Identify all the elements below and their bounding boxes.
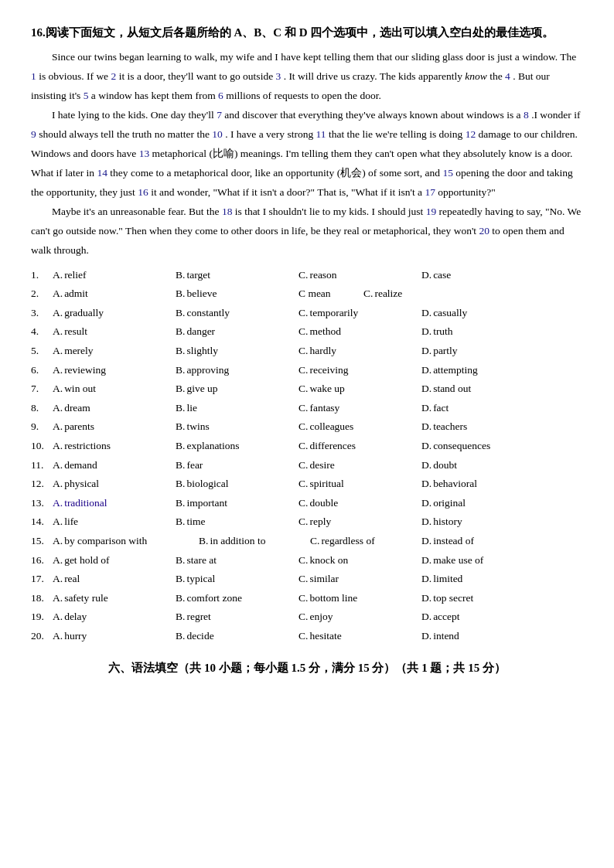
blank-18: 18 <box>222 206 233 217</box>
blank-6: 6 <box>218 90 223 101</box>
blank-9: 9 <box>31 128 36 140</box>
option-row-10: 10. A.restrictions B.explanations C.diff… <box>31 437 583 454</box>
blank-4: 4 <box>505 70 510 82</box>
passage-p3: Maybe it's an unreasonable fear. But the… <box>31 203 583 260</box>
blank-2: 2 <box>111 70 117 82</box>
blank-14: 14 <box>97 167 107 179</box>
blank-10: 10 <box>212 128 223 140</box>
option-row-6: 6. A.reviewing B.approving C.receiving D… <box>31 362 583 379</box>
question-title: 16.阅读下面短文，从短文后各题所给的 A、B、C 和 D 四个选项中，选出可以… <box>31 23 583 42</box>
option-row-4: 4. A.result B.danger C.method D.truth <box>31 323 583 340</box>
option-row-5: 5. A.merely B.slightly C.hardly D.partly <box>31 342 583 359</box>
option-row-17: 17. A.real B.typical C.similar D.limited <box>31 570 583 587</box>
option-row-8: 8. A.dream B.lie C.fantasy D.fact <box>31 400 583 417</box>
option-row-1: 1. A.relief B.target C.reason D.case <box>31 267 583 284</box>
option-row-9: 9. A.parents B.twins C.colleagues D.teac… <box>31 418 583 435</box>
option-row-11: 11. A.demand B.fear C.desire D.doubt <box>31 457 583 474</box>
blank-12: 12 <box>466 128 476 140</box>
passage-p1: Since our twins began learning to walk, … <box>31 48 583 106</box>
option-row-13: 13. A.traditional B.important C.double D… <box>31 495 583 512</box>
section-footer: 六、语法填空（共 10 小题；每小题 1.5 分，满分 15 分）（共 1 题；… <box>31 659 583 677</box>
option-row-20: 20. A.hurry B.decide C.hesitate D.intend <box>31 628 583 645</box>
option-row-19: 19. A.delay B.regret C.enjoy D.accept <box>31 608 583 625</box>
blank-11: 11 <box>316 128 326 140</box>
blank-19: 19 <box>426 206 437 217</box>
blank-8: 8 <box>524 109 529 121</box>
blank-1: 1 <box>31 70 36 82</box>
blank-5: 5 <box>84 90 89 101</box>
option-row-16: 16. A.get hold of B.stare at C.knock on … <box>31 552 583 569</box>
option-row-15: 15. A.by comparison with B.in addition t… <box>31 533 583 550</box>
option-row-18: 18. A.safety rule B.comfort zone C.botto… <box>31 590 583 607</box>
blank-3: 3 <box>276 70 281 82</box>
option-row-3: 3. A.gradually B.constantly C.temporaril… <box>31 305 583 322</box>
option-row-2: 2. A.admit B.believe C mean C.realize <box>31 285 583 302</box>
option-row-7: 7. A.win out B.give up C.wake up D.stand… <box>31 380 583 397</box>
blank-16: 16 <box>138 186 148 198</box>
options-section: 1. A.relief B.target C.reason D.case 2. … <box>31 267 583 645</box>
blank-20: 20 <box>479 225 489 237</box>
blank-7: 7 <box>217 109 222 121</box>
blank-15: 15 <box>442 167 453 179</box>
blank-17: 17 <box>425 186 435 198</box>
passage-block: Since our twins began learning to walk, … <box>31 48 583 260</box>
passage-p2: I hate lying to the kids. One day they'l… <box>31 106 583 203</box>
blank-13: 13 <box>139 148 150 159</box>
option-row-14: 14. A.life B.time C.reply D.history <box>31 513 583 530</box>
option-row-12: 12. A.physical B.biological C.spiritual … <box>31 475 583 492</box>
